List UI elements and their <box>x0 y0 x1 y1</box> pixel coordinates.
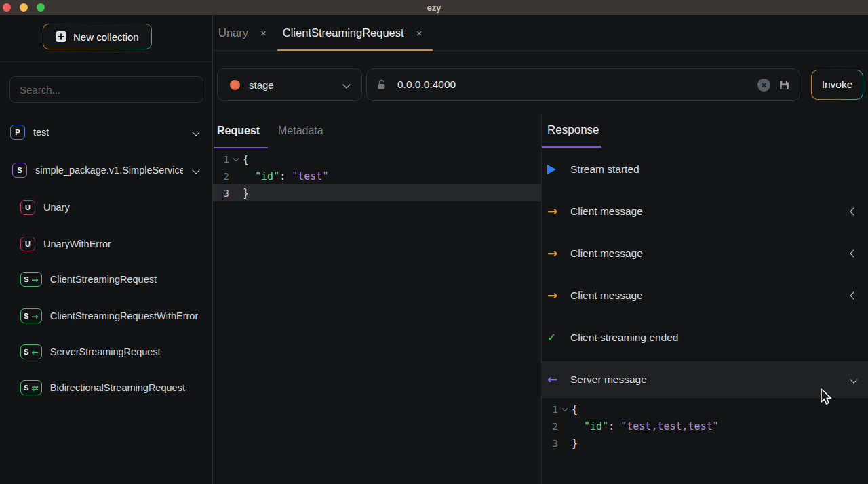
event-client-message[interactable]: → Client message <box>542 275 868 317</box>
event-stream-started: Stream started <box>542 148 868 190</box>
tab-clientstreamingrequest[interactable]: ClientStreamingRequest × <box>277 15 433 50</box>
search-input[interactable] <box>20 84 193 96</box>
editor-line[interactable]: 1 { <box>213 150 541 167</box>
address-value[interactable]: 0.0.0.0:4000 <box>397 79 757 91</box>
chevron-left-icon[interactable] <box>850 291 857 299</box>
zoom-window-button[interactable] <box>37 3 45 12</box>
titlebar: ezy <box>0 0 868 15</box>
arrow-right-icon: → <box>31 311 38 321</box>
event-server-message[interactable]: ← Server message <box>542 361 868 398</box>
method-label: ClientStreamingRequest <box>50 274 157 285</box>
event-client-streaming-ended: ✓ Client streaming ended <box>542 317 868 359</box>
environment-name: stage <box>249 79 344 91</box>
tab-label: Unary <box>218 26 248 39</box>
arrow-right-icon: → <box>547 289 564 302</box>
arrows-bidirectional-icon: ⇄ <box>31 383 38 393</box>
method-label: BidirectionalStreamingRequest <box>50 382 185 393</box>
client-streaming-badge-icon: S→ <box>20 272 42 287</box>
sidebar-item-clientstreamingrequestwitherror[interactable]: S→ ClientStreamingRequestWithError <box>0 306 212 325</box>
event-client-message[interactable]: → Client message <box>542 233 868 275</box>
response-title-underline <box>542 146 601 148</box>
lock-open-icon <box>376 79 388 91</box>
sidebar-item-unarywitherror[interactable]: U UnaryWithError <box>0 235 212 254</box>
arrow-right-icon: → <box>31 275 38 285</box>
service-badge-icon: S <box>12 163 27 178</box>
tab-bar: Unary × ClientStreamingRequest × <box>213 15 868 51</box>
response-panel: Response Stream started → Client message… <box>541 114 868 484</box>
environment-select[interactable]: stage <box>217 68 362 101</box>
check-icon: ✓ <box>547 332 564 343</box>
method-label: ClientStreamingRequestWithError <box>50 310 198 321</box>
close-window-button[interactable] <box>3 3 11 12</box>
editor-line[interactable]: 2 "id": "test" <box>213 167 541 184</box>
event-client-message[interactable]: → Client message <box>542 190 868 233</box>
new-collection-button[interactable]: New collection <box>43 24 152 49</box>
close-tab-icon[interactable]: × <box>416 28 422 38</box>
address-field[interactable]: 0.0.0.0:4000 × <box>366 68 800 101</box>
tab-label: ClientStreamingRequest <box>283 26 404 39</box>
environment-status-dot-icon <box>230 80 240 90</box>
traffic-lights <box>0 0 45 15</box>
request-pane-tabs: Request Metadata <box>213 114 541 150</box>
chevron-down-icon[interactable] <box>192 166 199 174</box>
unary-badge-icon: U <box>20 237 35 251</box>
chevron-down-icon[interactable] <box>850 376 857 383</box>
method-label: UnaryWithError <box>43 239 111 249</box>
collection-badge-icon: P <box>10 125 25 140</box>
sidebar-item-bidirectionalstreamingrequest[interactable]: S⇄ BidirectionalStreamingRequest <box>0 378 212 397</box>
sidebar: New collection P test S simple_package.v… <box>0 15 213 484</box>
tab-metadata[interactable]: Metadata <box>278 125 323 137</box>
toolbar: stage 0.0.0.0:4000 × Invoke <box>213 51 868 114</box>
tab-request[interactable]: Request <box>217 125 260 137</box>
method-label: Unary <box>43 202 70 213</box>
service-name: simple_package.v1.SimpleService <box>35 165 183 176</box>
sidebar-item-clientstreamingrequest[interactable]: S→ ClientStreamingRequest <box>0 270 212 289</box>
viewer-line: 2 "id": "test,test,test" <box>542 418 868 435</box>
sidebar-item-serverstreamingrequest[interactable]: S← ServerStreamingRequest <box>0 342 212 361</box>
sidebar-header: New collection <box>0 15 212 62</box>
chevron-left-icon[interactable] <box>850 249 857 257</box>
chevron-down-icon[interactable] <box>192 128 199 136</box>
save-address-icon[interactable] <box>778 79 790 91</box>
arrow-right-icon: → <box>547 247 564 260</box>
clear-address-icon[interactable]: × <box>757 79 770 92</box>
collection-name: test <box>33 127 49 138</box>
arrow-left-icon: ← <box>31 347 38 357</box>
client-streaming-badge-icon: S→ <box>20 308 42 323</box>
search-field <box>9 76 203 103</box>
new-collection-label: New collection <box>73 31 139 43</box>
close-tab-icon[interactable]: × <box>260 28 267 38</box>
app-window: ezy New collection P test S simple_packa… <box>0 0 868 484</box>
chevron-left-icon[interactable] <box>850 207 857 215</box>
fold-chevron-icon[interactable] <box>229 158 243 161</box>
bidirectional-streaming-badge-icon: S⇄ <box>20 380 42 395</box>
invoke-button[interactable]: Invoke <box>811 70 863 100</box>
method-label: ServerStreamingRequest <box>50 346 161 357</box>
request-panel: Request Metadata 1 { 2 "id": "test" 3 } <box>213 114 541 484</box>
response-viewer: 1 { 2 "id": "test,test,test" 3 } <box>542 401 868 451</box>
unary-badge-icon: U <box>20 200 35 215</box>
active-tab-underline <box>214 147 268 149</box>
sidebar-item-service[interactable]: S simple_package.v1.SimpleService <box>0 161 212 180</box>
server-streaming-badge-icon: S← <box>20 344 42 359</box>
response-title: Response <box>547 123 599 137</box>
sidebar-item-unary[interactable]: U Unary <box>0 198 212 217</box>
tab-unary[interactable]: Unary × <box>213 15 277 50</box>
arrow-left-icon: ← <box>547 374 564 386</box>
request-editor[interactable]: 1 { 2 "id": "test" 3 } <box>213 150 541 201</box>
fold-chevron-icon[interactable] <box>558 408 572 411</box>
arrow-right-icon: → <box>547 205 564 218</box>
plus-icon <box>56 31 66 42</box>
chevron-down-icon <box>342 81 350 88</box>
viewer-line: 1 { <box>542 401 868 418</box>
play-icon <box>547 165 564 174</box>
viewer-line: 3 } <box>542 435 868 451</box>
window-title: ezy <box>427 3 441 13</box>
editor-line-active[interactable]: 3 } <box>213 184 541 201</box>
minimize-window-button[interactable] <box>20 3 28 12</box>
sidebar-item-collection-test[interactable]: P test <box>0 123 212 142</box>
